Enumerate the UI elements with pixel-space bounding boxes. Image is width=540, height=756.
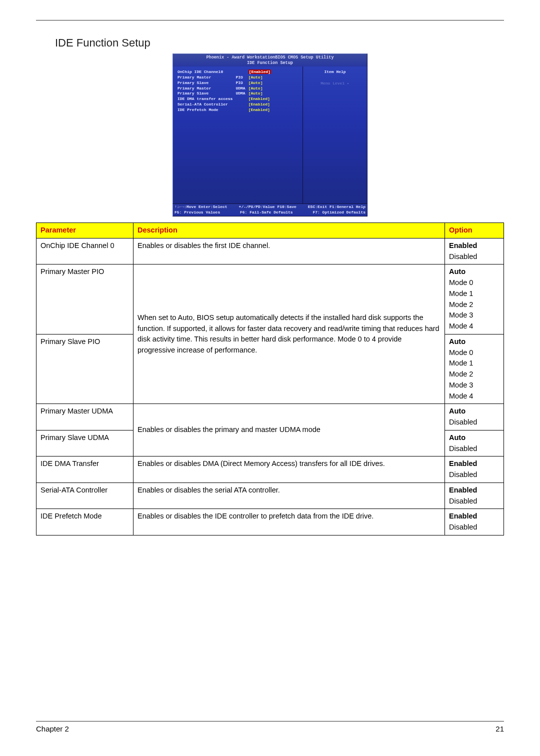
cell-parameter: IDE DMA Transfer bbox=[36, 456, 134, 483]
cell-parameter: Primary Slave UDMA bbox=[36, 430, 134, 456]
bios-row: IDE Prefetch Mode[Enabled] bbox=[176, 108, 272, 113]
cell-description: Enables or disables the serial ATA contr… bbox=[134, 482, 445, 509]
bios-screenshot: Phoenix - Award WorkstationBIOS CMOS Set… bbox=[172, 54, 368, 216]
bios-title: Phoenix - Award WorkstationBIOS CMOS Set… bbox=[172, 54, 368, 66]
cell-description: Enables or disables the IDE controller t… bbox=[134, 509, 445, 536]
cell-parameter: Serial-ATA Controller bbox=[36, 482, 134, 509]
top-rule bbox=[36, 20, 504, 20]
bios-title-line1: Phoenix - Award WorkstationBIOS CMOS Set… bbox=[206, 55, 334, 60]
table-row: IDE DMA TransferEnables or disables DMA … bbox=[36, 456, 504, 483]
cell-option: AutoDisabled bbox=[445, 430, 504, 456]
section-title: IDE Function Setup bbox=[55, 36, 504, 50]
bios-help-pane: Item Help Menu Level ▸ bbox=[303, 66, 367, 204]
parameter-table: Parameter Description Option OnChip IDE … bbox=[36, 222, 504, 536]
bios-row: Primary SlavePIO[Auto] bbox=[176, 80, 272, 86]
cell-parameter: Primary Slave PIO bbox=[36, 334, 134, 404]
bios-menu-level: Menu Level ▸ bbox=[305, 81, 365, 86]
bios-row: Primary MasterUDMA[Auto] bbox=[176, 86, 272, 92]
table-row: Primary Master PIOWhen set to Auto, BIOS… bbox=[36, 264, 504, 334]
cell-option: EnabledDisabled bbox=[445, 238, 504, 264]
bios-footer-2c: F7: Optimized Defaults bbox=[312, 210, 366, 215]
th-option: Option bbox=[445, 223, 504, 238]
bios-row: OnChip IDE Channel0[Enabled] bbox=[176, 70, 272, 75]
cell-parameter: Primary Master UDMA bbox=[36, 404, 134, 430]
bios-help-header: Item Help bbox=[305, 70, 365, 74]
cell-description: Enables or disables the first IDE channe… bbox=[134, 238, 445, 264]
table-row: IDE Prefetch ModeEnables or disables the… bbox=[36, 509, 504, 536]
th-description: Description bbox=[134, 223, 445, 238]
cell-option: EnabledDisabled bbox=[445, 509, 504, 536]
bios-row: Serial-ATA Controller[Enabled] bbox=[176, 102, 272, 108]
cell-option: AutoMode 0Mode 1Mode 2Mode 3Mode 4 bbox=[445, 334, 504, 404]
bios-settings-pane: OnChip IDE Channel0[Enabled]Primary Mast… bbox=[173, 66, 303, 204]
bios-footer-1c: ESC:Exit F1:General Help bbox=[308, 204, 366, 210]
table-row: Primary Master UDMAEnables or disables t… bbox=[36, 404, 504, 430]
footer-chapter: Chapter 2 bbox=[36, 724, 69, 733]
cell-parameter: Primary Master PIO bbox=[36, 264, 134, 334]
bios-footer-1b: +/-/PU/PD:Value F10:Save bbox=[239, 204, 296, 210]
bios-footer: ↑↓←→:Move Enter:Select +/-/PU/PD:Value F… bbox=[172, 204, 368, 216]
cell-option: AutoMode 0Mode 1Mode 2Mode 3Mode 4 bbox=[445, 264, 504, 334]
cell-parameter: OnChip IDE Channel 0 bbox=[36, 238, 134, 264]
bios-row: Primary SlaveUDMA[Auto] bbox=[176, 91, 272, 96]
cell-option: AutoDisabled bbox=[445, 404, 504, 430]
bios-row: IDE DMA transfer access[Enabled] bbox=[176, 96, 272, 102]
table-row: OnChip IDE Channel 0Enables or disables … bbox=[36, 238, 504, 264]
footer-page: 21 bbox=[496, 724, 504, 733]
cell-description: Enables or disables the primary and mast… bbox=[134, 404, 445, 456]
bios-footer-1a: ↑↓←→:Move Enter:Select bbox=[174, 204, 228, 210]
bios-title-line2: IDE Function Setup bbox=[247, 60, 293, 66]
bios-row: Primary MasterPIO[Auto] bbox=[176, 75, 272, 80]
table-row: Serial-ATA ControllerEnables or disables… bbox=[36, 482, 504, 509]
cell-option: EnabledDisabled bbox=[445, 482, 504, 509]
page-footer: Chapter 2 21 bbox=[36, 721, 504, 733]
cell-description: When set to Auto, BIOS setup automatical… bbox=[134, 264, 445, 404]
th-parameter: Parameter bbox=[36, 223, 134, 238]
cell-description: Enables or disables DMA (Direct Memory A… bbox=[134, 456, 445, 483]
cell-option: EnabledDisabled bbox=[445, 456, 504, 483]
cell-parameter: IDE Prefetch Mode bbox=[36, 509, 134, 536]
bios-footer-2a: F5: Previous Values bbox=[174, 210, 220, 215]
bios-footer-2b: F6: Fail-Safe Defaults bbox=[240, 210, 293, 215]
